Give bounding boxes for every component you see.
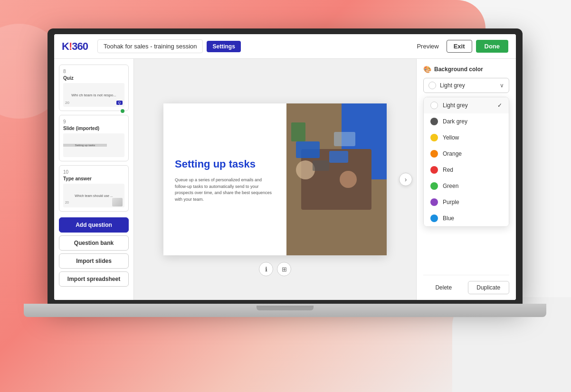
color-label-yellow: Yellow	[443, 134, 459, 141]
sidebar: 8 Quiz Whi ch team is not respo... 20 Q …	[54, 59, 134, 300]
import-slides-button[interactable]: Import slides	[59, 253, 129, 269]
right-panel: 🎨 Background color Light grey ∨ Light gr…	[416, 59, 516, 300]
question-bank-button[interactable]: Question bank	[59, 235, 129, 251]
svg-point-0	[296, 160, 315, 179]
slide-preview-8: Whi ch team is not respo... 20 Q	[63, 83, 124, 107]
color-option-yellow[interactable]: Yellow	[424, 130, 509, 146]
add-question-button[interactable]: Add question	[59, 217, 129, 233]
svg-point-1	[340, 171, 357, 188]
color-option-dark-grey[interactable]: Dark grey	[424, 113, 509, 130]
slide-9-left-content: Setting up tasks	[63, 144, 107, 147]
svg-rect-4	[313, 160, 329, 171]
sidebar-buttons: Add question Question bank Import slides…	[59, 217, 129, 287]
screen: K!360 Toohak for sales - training sessio…	[54, 34, 516, 300]
slide-heading: Setting up tasks	[175, 158, 275, 170]
logo: K!360	[62, 40, 88, 53]
selected-color-swatch	[428, 82, 436, 89]
color-label-blue: Blue	[443, 215, 454, 222]
color-swatch-yellow	[430, 134, 438, 141]
color-label-orange: Orange	[443, 150, 462, 157]
slide-num-9: 9	[63, 119, 124, 124]
slide-left-panel: Setting up tasks Queue up a series of pe…	[163, 103, 286, 255]
color-label-purple: Purple	[443, 199, 459, 205]
slide-item-10[interactable]: 10 Type answer Which team should use ...…	[59, 165, 129, 212]
color-label-red: Red	[443, 167, 453, 173]
slide-10-image	[112, 198, 123, 206]
color-option-green[interactable]: Green	[424, 178, 509, 194]
panel-section-title: 🎨 Background color	[423, 65, 509, 73]
color-option-purple[interactable]: Purple	[424, 194, 509, 210]
color-swatch-dark-grey	[430, 118, 438, 125]
color-dropdown-trigger[interactable]: Light grey ∨	[423, 78, 509, 93]
exit-button[interactable]: Exit	[447, 40, 472, 53]
svg-rect-3	[329, 151, 348, 163]
laptop-base	[24, 304, 546, 317]
canvas-area: Setting up tasks Queue up a series of pe…	[134, 59, 416, 300]
color-swatch-blue	[430, 215, 438, 222]
done-button[interactable]: Done	[476, 40, 509, 53]
color-option-orange[interactable]: Orange	[424, 146, 509, 162]
panel-footer: Delete Duplicate	[423, 275, 509, 300]
slide-item-8[interactable]: 8 Quiz Whi ch team is not respo... 20 Q	[59, 65, 129, 111]
color-swatch-orange	[430, 150, 438, 158]
color-option-red[interactable]: Red	[424, 162, 509, 178]
selected-color-label: Light grey	[440, 82, 496, 89]
laptop-frame: K!360 Toohak for sales - training sessio…	[48, 28, 523, 337]
slide-preview-9: Setting up tasks	[63, 133, 124, 157]
slide-preview-10: Which team should use ... 20	[63, 184, 124, 207]
color-option-blue[interactable]: Blue	[424, 210, 509, 226]
slide-timer-10: 20	[65, 201, 69, 204]
slide-active-dot-8	[121, 109, 124, 113]
import-spreadsheet-button[interactable]: Import spreadsheet	[59, 271, 129, 287]
image-overlay-svg	[286, 103, 387, 255]
color-label-light-grey: Light grey	[443, 102, 468, 109]
slide-preview-text-8: Whi ch team is not respo...	[69, 92, 118, 98]
check-icon: ✓	[497, 102, 502, 109]
color-swatch-red	[430, 166, 438, 174]
slide-type-10: Type answer	[63, 176, 124, 181]
color-dropdown-menu: Light grey ✓ Dark grey Yellow	[423, 97, 509, 227]
slide-type-9: Slide (imported)	[63, 126, 124, 131]
slide-image-button[interactable]: ⊞	[277, 262, 291, 276]
delete-button[interactable]: Delete	[423, 281, 464, 294]
screen-bezel: K!360 Toohak for sales - training sessio…	[48, 28, 523, 304]
slide-body: Queue up a series of personalized emails…	[175, 177, 275, 203]
main-content: 8 Quiz Whi ch team is not respo... 20 Q …	[54, 59, 516, 300]
slide-toolbar: ℹ ⊞	[259, 262, 291, 276]
slide-num-8: 8	[63, 69, 124, 74]
slide-item-9[interactable]: 9 Slide (imported) Setting up tasks	[59, 115, 129, 161]
color-label-dark-grey: Dark grey	[443, 118, 467, 125]
preview-link[interactable]: Preview	[417, 43, 438, 50]
slide-num-10: 10	[63, 169, 124, 175]
svg-rect-6	[334, 132, 355, 146]
settings-button[interactable]: Settings	[207, 41, 240, 52]
svg-rect-2	[296, 141, 320, 158]
color-swatch-purple	[430, 198, 438, 206]
slide-canvas[interactable]: Setting up tasks Queue up a series of pe…	[163, 103, 387, 255]
canvas-next-button[interactable]: ›	[399, 173, 412, 186]
color-swatch-green	[430, 182, 438, 190]
slide-content: Setting up tasks Queue up a series of pe…	[163, 103, 387, 255]
slide-type-8: Quiz	[63, 75, 124, 81]
color-swatch-light-grey	[430, 102, 438, 109]
slide-info-button[interactable]: ℹ	[259, 262, 273, 276]
svg-rect-5	[291, 122, 305, 141]
slide-right-panel	[286, 103, 387, 255]
duplicate-button[interactable]: Duplicate	[468, 281, 510, 294]
slide-image	[286, 103, 387, 255]
color-label-green: Green	[443, 183, 458, 189]
slide-timer-8: 20	[65, 101, 69, 105]
slide-10-bottom: 20	[63, 197, 124, 207]
slide-badge-8: Q	[116, 101, 123, 105]
session-title: Toohak for sales - training session	[97, 39, 203, 53]
chevron-down-icon: ∨	[500, 82, 504, 89]
top-bar: K!360 Toohak for sales - training sessio…	[54, 34, 516, 59]
color-option-light-grey[interactable]: Light grey ✓	[424, 97, 509, 113]
palette-icon: 🎨	[423, 65, 431, 73]
